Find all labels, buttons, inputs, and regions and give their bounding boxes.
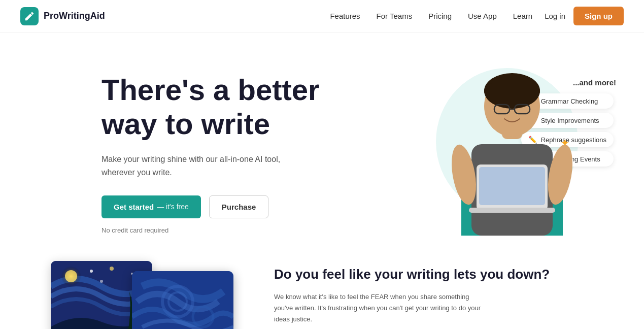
hero-subtitle: Make your writing shine with our all-in-… (101, 153, 294, 179)
hero-content: There's a better way to write Make your … (101, 63, 355, 234)
svg-rect-13 (479, 167, 545, 205)
hero-buttons: Get started — it's free Purchase (101, 195, 355, 218)
svg-text:✦: ✦ (560, 137, 569, 149)
nav-links: Features For Teams Pricing Use App Learn (330, 12, 532, 20)
nav-learn[interactable]: Learn (513, 12, 532, 20)
brand-name: ProWritingAid (44, 11, 105, 21)
login-button[interactable]: Log in (545, 12, 565, 20)
section-body: We know what it's like to feel the FEAR … (274, 291, 487, 325)
lower-right-content: Do you feel like your writing lets you d… (274, 261, 624, 325)
person-figure: ✦ (441, 63, 583, 236)
nav-features[interactable]: Features (330, 12, 360, 20)
logo-link[interactable]: ProWritingAid (20, 7, 105, 25)
svg-rect-8 (484, 83, 540, 98)
svg-point-18 (65, 270, 77, 282)
nav-for-teams[interactable]: For Teams (377, 12, 413, 20)
svg-point-22 (100, 280, 103, 283)
navbar: ProWritingAid Features For Teams Pricing… (0, 0, 644, 32)
blue-painting: My idea in my head (132, 271, 233, 329)
nav-pricing[interactable]: Pricing (428, 12, 452, 20)
purchase-button[interactable]: Purchase (209, 195, 269, 218)
section-heading: Do you feel like your writing lets you d… (274, 266, 624, 283)
paintings-area: My idea in my head (51, 261, 233, 329)
signup-button[interactable]: Sign up (573, 7, 624, 25)
hero-illustration: ✦ ...and more! ✏️ Grammar Checking ⚡ Sty… (365, 63, 624, 241)
nav-actions: Log in Sign up (545, 7, 624, 25)
hero-title: There's a better way to write (101, 73, 355, 141)
svg-rect-14 (469, 208, 555, 213)
nav-use-app[interactable]: Use App (468, 12, 497, 20)
svg-point-19 (90, 270, 93, 273)
hero-section: There's a better way to write Make your … (0, 32, 644, 261)
no-credit-text: No credit card required (101, 226, 355, 234)
painting-front: My idea in my head (132, 271, 233, 329)
logo-icon (20, 7, 39, 25)
svg-point-20 (110, 267, 114, 271)
lower-section: My idea in my head Do you feel like your… (0, 261, 644, 329)
and-more-label: ...and more! (573, 78, 616, 87)
get-started-button[interactable]: Get started — it's free (101, 195, 201, 218)
